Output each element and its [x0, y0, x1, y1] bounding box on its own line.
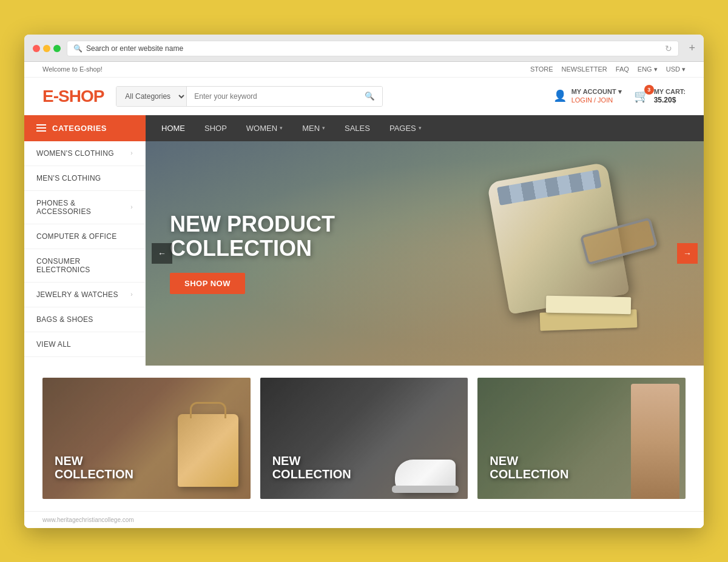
category-select[interactable]: All Categories [116, 87, 187, 106]
lang-selector[interactable]: ENG ▾ [638, 65, 658, 73]
jewelry-arrow: › [130, 291, 133, 298]
hero-books-visual [540, 293, 649, 329]
sidebar-item-phones[interactable]: PHONES & ACCESSORIES › [24, 191, 145, 224]
sidebar-item-womens-clothing[interactable]: WOMEN'S CLOTHING › [24, 141, 145, 166]
cart-badge: 3 [644, 85, 654, 95]
hero-text: NEW PRODUCT COLLECTION SHOP NOW [146, 212, 340, 293]
promo-text-1: NEWCOLLECTION [55, 454, 133, 481]
hero-scene [425, 153, 667, 353]
nav-sales[interactable]: SALES [335, 115, 380, 141]
womens-arrow: › [130, 150, 133, 156]
shop-now-button[interactable]: SHOP NOW [170, 273, 245, 294]
phones-arrow: › [130, 204, 133, 210]
logo[interactable]: E-SHOP [42, 87, 104, 106]
hamburger-icon [36, 124, 46, 132]
bag-visual [178, 414, 238, 487]
store-link[interactable]: STORE [530, 65, 553, 73]
search-input[interactable] [187, 87, 357, 106]
footer-bar: www.heritagechristiancollege.com [24, 511, 704, 528]
promo-text-2: NEWCOLLECTION [272, 454, 351, 481]
site-content: Welcome to E-shop! STORE NEWSLETTER FAQ … [24, 62, 704, 528]
cart-price: 35.20$ [654, 96, 686, 105]
sidebar-item-computer[interactable]: COMPUTER & OFFICE [24, 224, 145, 249]
footer-url: www.heritagechristiancollege.com [42, 517, 134, 523]
categories-tab[interactable]: CATEGORIES [24, 115, 146, 141]
promo-text-3: NEWCOLLECTION [490, 454, 568, 481]
cart-text: MY CART: 35.20$ [654, 87, 686, 105]
hero-slide: NEW PRODUCT COLLECTION SHOP NOW ← → [146, 141, 704, 366]
search-area: All Categories 🔍 [116, 86, 383, 107]
promo-row: NEWCOLLECTION NEWCOLLECTION NEWCOLLECTIO… [24, 366, 704, 511]
account-label[interactable]: MY ACCOUNT ▾ [571, 87, 622, 96]
account-area: 👤 MY ACCOUNT ▾ LOGIN / JOIN [553, 87, 622, 105]
promo-card-bags[interactable]: NEWCOLLECTION [42, 378, 251, 499]
account-icon: 👤 [553, 89, 567, 102]
sidebar-item-bags[interactable]: BAGS & SHOES [24, 307, 145, 332]
shoe-visual [389, 444, 462, 493]
main-content: WOMEN'S CLOTHING › MEN'S CLOTHING PHONES… [24, 141, 704, 366]
logo-shop: SHOP [58, 87, 104, 105]
browser-dots [33, 45, 61, 52]
search-icon: 🔍 [73, 44, 83, 53]
header: E-SHOP All Categories 🔍 👤 MY ACCOUNT ▾ L… [24, 78, 704, 115]
nav-women[interactable]: WOMEN ▾ [237, 115, 292, 141]
currency-selector[interactable]: USD ▾ [666, 65, 686, 73]
close-dot[interactable] [33, 45, 40, 52]
nav-men[interactable]: MEN ▾ [292, 115, 335, 141]
header-right: 👤 MY ACCOUNT ▾ LOGIN / JOIN 🛒 3 MY CA [553, 87, 686, 105]
cart-icon-wrap: 🛒 3 [634, 89, 649, 103]
nav-home[interactable]: HOME [152, 115, 195, 141]
nav-shop[interactable]: SHOP [195, 115, 237, 141]
nav-bar: CATEGORIES HOME SHOP WOMEN ▾ MEN ▾ [24, 115, 704, 141]
url-text: Search or enter website name [86, 44, 183, 53]
browser-chrome: 🔍 Search or enter website name ↻ + [24, 35, 704, 62]
minimize-dot[interactable] [43, 45, 50, 52]
top-bar-right: STORE NEWSLETTER FAQ ENG ▾ USD ▾ [530, 65, 686, 73]
categories-label: CATEGORIES [52, 124, 107, 133]
sidebar-item-electronics[interactable]: CONSUMER ELECTRONICS [24, 249, 145, 283]
newsletter-link[interactable]: NEWSLETTER [562, 65, 607, 73]
slider-next-button[interactable]: → [677, 243, 698, 264]
cart-area: 🛒 3 MY CART: 35.20$ [634, 87, 686, 105]
nav-links: HOME SHOP WOMEN ▾ MEN ▾ SALES PAGES [146, 115, 437, 141]
pages-arrow: ▾ [419, 125, 422, 131]
shoe-sole [392, 486, 459, 493]
promo-card-shoes[interactable]: NEWCOLLECTION [260, 378, 468, 499]
hero-area: NEW PRODUCT COLLECTION SHOP NOW ← → [146, 141, 704, 366]
search-button[interactable]: 🔍 [357, 87, 382, 106]
women-arrow: ▾ [280, 125, 283, 131]
sidebar: WOMEN'S CLOTHING › MEN'S CLOTHING PHONES… [24, 141, 146, 366]
url-bar[interactable]: 🔍 Search or enter website name ↻ [67, 41, 679, 56]
browser-window: 🔍 Search or enter website name ↻ + Welco… [24, 35, 704, 528]
logo-e: E- [42, 87, 58, 105]
slider-prev-button[interactable]: ← [152, 243, 172, 264]
top-bar: Welcome to E-shop! STORE NEWSLETTER FAQ … [24, 62, 704, 78]
welcome-text: Welcome to E-shop! [42, 65, 103, 73]
maximize-dot[interactable] [53, 45, 61, 52]
account-text: MY ACCOUNT ▾ LOGIN / JOIN [571, 87, 622, 105]
cart-label[interactable]: MY CART: [654, 87, 686, 96]
person-visual [631, 384, 679, 499]
new-tab-button[interactable]: + [689, 42, 695, 55]
promo-card-clothing[interactable]: NEWCOLLECTION [477, 378, 686, 499]
hero-title: NEW PRODUCT COLLECTION [170, 212, 340, 260]
men-arrow: ▾ [322, 125, 325, 131]
sidebar-item-mens-clothing[interactable]: MEN'S CLOTHING [24, 166, 145, 191]
nav-pages[interactable]: PAGES ▾ [380, 115, 431, 141]
sidebar-item-jewelry[interactable]: JEWELRY & WATCHES › [24, 283, 145, 307]
account-sub[interactable]: LOGIN / JOIN [571, 96, 622, 104]
sidebar-item-view-all[interactable]: VIEW ALL [24, 332, 145, 357]
faq-link[interactable]: FAQ [616, 65, 629, 73]
refresh-icon[interactable]: ↻ [665, 44, 672, 53]
